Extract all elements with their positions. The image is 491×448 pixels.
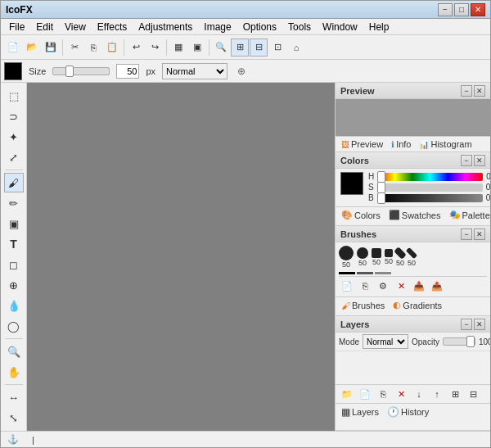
lasso-tool[interactable]: ⊃ [4, 106, 24, 126]
canvas-area[interactable] [27, 83, 335, 431]
merge-btn[interactable]: ⊞ [447, 387, 463, 401]
menu-effects[interactable]: Effects [92, 20, 132, 34]
delete-layer-btn[interactable]: ✕ [393, 387, 409, 401]
undo-button[interactable]: ↩ [127, 38, 145, 57]
menu-tools[interactable]: Tools [283, 20, 316, 34]
tab-info[interactable]: ℹ Info [389, 138, 413, 150]
pencil-tool[interactable]: ✏ [4, 193, 24, 213]
brush-item-3[interactable]: 50 [372, 248, 381, 266]
dodge-tool[interactable]: ◯ [4, 316, 24, 336]
paste-button[interactable]: 📋 [103, 38, 121, 57]
preview-panel-controls: − ✕ [461, 85, 485, 97]
text-tool[interactable]: T [4, 234, 24, 254]
menu-window[interactable]: Window [318, 20, 363, 34]
colors-panel-title: Colors [340, 156, 369, 165]
arrows-tool[interactable]: ↔ [4, 387, 24, 407]
layers-panel-close[interactable]: ✕ [474, 319, 485, 330]
menu-view[interactable]: View [60, 20, 91, 34]
tab-histogram[interactable]: 📊 Histogram [417, 138, 474, 150]
lock-icon[interactable]: ⊕ [234, 64, 249, 79]
layers-panel-minimize[interactable]: − [461, 319, 472, 330]
brushes-panel-minimize[interactable]: − [461, 229, 472, 240]
brush-shape-1 [339, 246, 354, 260]
clone-tool[interactable]: ⊕ [4, 275, 24, 295]
color-swatch[interactable] [340, 172, 363, 195]
copy-button[interactable]: ⎘ [84, 38, 102, 57]
grid3-button[interactable]: ⊞ [231, 38, 249, 57]
brush-export-btn[interactable]: 📤 [429, 278, 445, 293]
fill-tool[interactable]: ▣ [4, 214, 24, 233]
brush-copy-btn[interactable]: ⎘ [357, 278, 373, 293]
menu-edit[interactable]: Edit [31, 20, 58, 34]
menu-file[interactable]: File [4, 20, 29, 34]
colors-panel-minimize[interactable]: − [461, 155, 472, 166]
close-button[interactable]: ✕ [471, 3, 485, 16]
brushes-panel-close[interactable]: ✕ [474, 229, 485, 240]
brush-delete-btn[interactable]: ✕ [393, 278, 409, 293]
tab-history[interactable]: 🕐 History [385, 405, 431, 419]
copy-layer-btn[interactable]: ⎘ [375, 387, 391, 401]
zoom-tool[interactable]: 🔍 [4, 342, 24, 361]
move-down-btn[interactable]: ↓ [411, 387, 427, 401]
tab-palette[interactable]: 🎭 Palette [447, 209, 491, 221]
anchor-icon: ⚓ [7, 434, 19, 445]
brush-settings-btn[interactable]: ⚙ [375, 278, 391, 293]
hue-slider[interactable] [377, 173, 483, 181]
tab-preview[interactable]: 🖼 Preview [339, 138, 385, 150]
menu-options[interactable]: Options [238, 20, 282, 34]
brush-tool[interactable]: 🖌 [4, 173, 24, 192]
hand-tool[interactable]: ✋ [4, 362, 24, 382]
opacity-slider[interactable] [443, 337, 475, 346]
preview-panel-close[interactable]: ✕ [474, 85, 485, 97]
brush-import-btn[interactable]: 📥 [411, 278, 427, 293]
brush-item-2[interactable]: 50 [357, 247, 368, 267]
maximize-button[interactable]: □ [454, 3, 469, 16]
grid5-button[interactable]: ⊡ [268, 38, 286, 57]
bright-slider[interactable] [377, 194, 483, 202]
preview-tab-label: Preview [351, 139, 383, 149]
transform-tool[interactable]: ⤢ [4, 147, 24, 167]
layers-mode-select[interactable]: Normal Multiply Screen [363, 334, 408, 349]
tab-layers[interactable]: ▦ Layers [339, 405, 381, 419]
brush-item-5[interactable]: 50 [396, 247, 404, 267]
zoom-button[interactable]: 🔍 [212, 38, 230, 57]
tab-brushes[interactable]: 🖌 Brushes [339, 299, 387, 311]
dropper-tool[interactable]: 💧 [4, 296, 24, 315]
save-button[interactable]: 💾 [42, 38, 60, 57]
colors-panel-close[interactable]: ✕ [474, 155, 485, 166]
marquee-tool[interactable]: ⬚ [4, 86, 24, 106]
magic-wand-tool[interactable]: ✦ [4, 127, 24, 147]
minimize-button[interactable]: − [438, 3, 453, 16]
eraser-tool[interactable]: ◻ [4, 255, 24, 274]
menu-adjustments[interactable]: Adjustments [133, 20, 197, 34]
grid4-button[interactable]: ⊟ [250, 38, 268, 57]
hue-row: H 0 [368, 172, 487, 181]
tab-colors[interactable]: 🎨 Colors [339, 209, 383, 221]
misc-button[interactable]: ⌂ [287, 38, 305, 57]
tab-gradients[interactable]: ◐ Gradients [390, 299, 444, 311]
menu-help[interactable]: Help [364, 20, 394, 34]
merge-all-btn[interactable]: ⊟ [465, 387, 481, 401]
size-slider[interactable] [52, 67, 110, 75]
resize-tool[interactable]: ⤡ [4, 408, 24, 428]
menu-image[interactable]: Image [199, 20, 236, 34]
new-group-btn[interactable]: 📁 [339, 387, 355, 401]
new-button[interactable]: 📄 [4, 38, 22, 57]
grid2-button[interactable]: ▣ [188, 38, 206, 57]
tab-swatches[interactable]: ⬛ Swatches [386, 209, 444, 221]
sat-slider[interactable] [377, 183, 483, 192]
redo-button[interactable]: ↪ [146, 38, 164, 57]
brush-item-6[interactable]: 50 [408, 247, 416, 267]
size-input[interactable]: 50 [116, 64, 139, 79]
foreground-color[interactable] [4, 62, 22, 80]
open-button[interactable]: 📂 [23, 38, 41, 57]
brush-item-4[interactable]: 50 [385, 249, 393, 265]
cut-button[interactable]: ✂ [65, 38, 83, 57]
brush-new-btn[interactable]: 📄 [339, 278, 355, 293]
brush-item-1[interactable]: 50 [339, 246, 354, 269]
mode-select[interactable]: Normal Multiply Screen Overlay [162, 63, 227, 79]
grid1-button[interactable]: ▦ [169, 38, 187, 57]
move-up-btn[interactable]: ↑ [429, 387, 445, 401]
new-layer-btn[interactable]: 📄 [357, 387, 373, 401]
preview-panel-minimize[interactable]: − [461, 85, 472, 97]
